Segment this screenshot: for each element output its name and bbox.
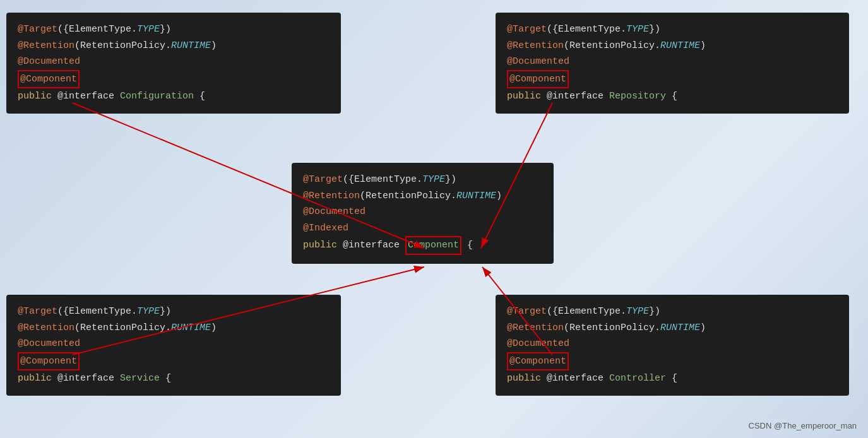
code-box-controller: @Target({ElementType.TYPE}) @Retention(R… <box>496 295 849 396</box>
code-line: @Retention(RetentionPolicy.RUNTIME) <box>507 320 838 336</box>
code-box-configuration: @Target({ElementType.TYPE}) @Retention(R… <box>6 13 341 114</box>
code-box-component: @Target({ElementType.TYPE}) @Retention(R… <box>292 163 554 264</box>
code-line-component-highlight: @Component <box>507 70 838 89</box>
code-line: @Documented <box>507 54 838 70</box>
code-line-component-highlight: @Component <box>18 70 330 89</box>
code-line: @Target({ElementType.TYPE}) <box>18 304 330 320</box>
code-line: public @interface Controller { <box>507 370 838 387</box>
code-line: @Retention(RetentionPolicy.RUNTIME) <box>507 38 838 54</box>
code-line: @Documented <box>303 204 542 220</box>
code-line: @Documented <box>507 336 838 352</box>
code-line: @Documented <box>18 54 330 70</box>
code-line-component-highlight: @Component <box>18 352 330 371</box>
code-line: @Target({ElementType.TYPE}) <box>18 21 330 38</box>
code-line: public @interface Service { <box>18 370 330 387</box>
code-line: @Documented <box>18 336 330 352</box>
code-line: @Target({ElementType.TYPE}) <box>303 172 542 188</box>
code-line-component-interface: public @interface Component { <box>303 236 542 255</box>
code-line: public @interface Repository { <box>507 88 838 105</box>
code-line: @Target({ElementType.TYPE}) <box>507 304 838 320</box>
code-line: @Retention(RetentionPolicy.RUNTIME) <box>303 188 542 204</box>
watermark: CSDN @The_emperoor_man <box>749 421 857 430</box>
code-line: @Retention(RetentionPolicy.RUNTIME) <box>18 38 330 54</box>
code-line-component-highlight: @Component <box>507 352 838 371</box>
code-line: @Retention(RetentionPolicy.RUNTIME) <box>18 320 330 336</box>
code-line: @Indexed <box>303 220 542 237</box>
code-box-service: @Target({ElementType.TYPE}) @Retention(R… <box>6 295 341 396</box>
code-box-repository: @Target({ElementType.TYPE}) @Retention(R… <box>496 13 849 114</box>
code-line: public @interface Configuration { <box>18 88 330 105</box>
code-line: @Target({ElementType.TYPE}) <box>507 21 838 38</box>
